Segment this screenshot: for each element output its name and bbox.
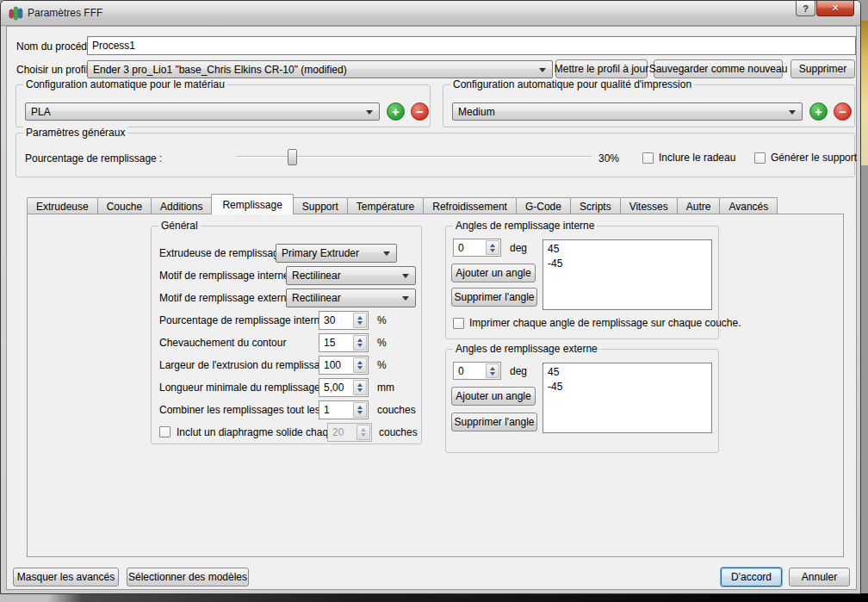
spinner-arrows-icon[interactable] bbox=[353, 380, 367, 395]
delete-profile-button[interactable]: Supprimer bbox=[790, 59, 855, 78]
save-as-new-label: Sauvegarder comme nouveau bbox=[649, 63, 788, 75]
remplissage-tab-panel: Général Extrudeuse de remplissage Primar… bbox=[27, 214, 844, 557]
profile-label: Choisir un profil : bbox=[16, 64, 94, 76]
cancel-button[interactable]: Annuler bbox=[789, 568, 850, 586]
close-button[interactable]: ✕ bbox=[816, 1, 854, 16]
spinner-arrows-icon[interactable] bbox=[353, 313, 367, 328]
internal-angles-list[interactable]: 45 -45 bbox=[542, 239, 712, 310]
dialog-client-area: Nom du procédé : Choisir un profil : End… bbox=[6, 26, 857, 590]
tab-vitesses[interactable]: Vitesses bbox=[620, 197, 678, 214]
external-add-angle-button[interactable]: Ajouter un angle bbox=[451, 387, 536, 406]
tab-couche[interactable]: Couche bbox=[97, 197, 152, 214]
plus-icon: + bbox=[392, 105, 400, 118]
min-infill-length-label: Longueur minimale du remplissage bbox=[159, 382, 320, 394]
app-logo-icon bbox=[9, 6, 23, 21]
titlebar[interactable]: Paramètres FFF ? ✕ bbox=[1, 1, 860, 26]
tab-autre[interactable]: Autre bbox=[677, 197, 721, 214]
update-profile-button[interactable]: Mettre le profil à jour bbox=[555, 59, 648, 78]
external-angles-list[interactable]: 45 -45 bbox=[542, 363, 712, 433]
include-raft-checkbox-row[interactable]: Inclure le radeau bbox=[642, 152, 735, 164]
select-models-button[interactable]: Sélectionner des modèles bbox=[127, 568, 249, 586]
tab-remplissage[interactable]: Remplissage bbox=[211, 194, 293, 214]
extrusion-width-spinbox[interactable]: 100 bbox=[319, 356, 369, 375]
general-group-legend: Général bbox=[158, 220, 201, 232]
tab-additions[interactable]: Additions bbox=[151, 197, 212, 214]
spinner-arrows-icon[interactable] bbox=[353, 402, 367, 418]
external-angles-group: Angles de remplissage externe 0 deg Ajou… bbox=[445, 349, 719, 453]
combine-infill-spinbox[interactable]: 1 bbox=[319, 400, 369, 419]
include-raft-checkbox[interactable] bbox=[642, 152, 654, 164]
material-combobox[interactable]: PLA bbox=[25, 102, 380, 121]
generate-support-label: Générer le support bbox=[771, 152, 857, 164]
quality-combobox[interactable]: Medium bbox=[452, 102, 803, 121]
extrusion-width-label: Largeur de l'extrusion du remplissage bbox=[159, 359, 332, 371]
print-every-angle-checkbox[interactable] bbox=[453, 318, 464, 329]
remove-quality-button[interactable]: − bbox=[834, 102, 852, 121]
minus-icon: − bbox=[416, 105, 424, 118]
external-angle-spinbox[interactable]: 0 bbox=[453, 362, 501, 380]
add-quality-button[interactable]: + bbox=[809, 102, 828, 121]
infill-slider[interactable] bbox=[236, 148, 592, 166]
include-raft-label: Inclure le radeau bbox=[659, 152, 735, 164]
add-material-button[interactable]: + bbox=[387, 102, 405, 121]
outline-overlap-label: Chevauchement du contour bbox=[159, 337, 286, 349]
list-item[interactable]: 45 bbox=[548, 365, 707, 380]
help-button[interactable]: ? bbox=[796, 1, 815, 16]
min-infill-length-spinbox[interactable]: 5,00 bbox=[319, 378, 369, 397]
fff-settings-dialog: Paramètres FFF ? ✕ Nom du procédé : Choi… bbox=[0, 0, 861, 594]
delete-profile-label: Supprimer bbox=[799, 63, 846, 75]
spinner-arrows-icon[interactable] bbox=[486, 363, 499, 378]
desktop-background-strip bbox=[861, 165, 868, 602]
minus-icon: − bbox=[839, 105, 846, 118]
profile-combobox[interactable]: Ender 3 pro_Lio1 "base_Chris Elkins CR-1… bbox=[87, 60, 553, 78]
internal-angle-spinbox[interactable]: 0 bbox=[453, 239, 501, 257]
tab-gcode[interactable]: G-Code bbox=[516, 197, 571, 214]
plus-icon: + bbox=[815, 105, 822, 118]
infill-percent-spinbox[interactable]: 30 bbox=[319, 311, 369, 330]
infill-slider-handle[interactable] bbox=[288, 149, 297, 165]
outline-overlap-spinbox[interactable]: 15 bbox=[319, 333, 369, 352]
generate-support-checkbox-row[interactable]: Générer le support bbox=[754, 152, 857, 164]
auto-material-group: Configuration automatique pour le matéri… bbox=[16, 84, 431, 127]
print-every-angle-checkbox-row[interactable]: Imprimer chaque angle de remplissage sur… bbox=[453, 317, 741, 329]
tab-avances[interactable]: Avancés bbox=[719, 197, 778, 214]
diaphragm-checkbox[interactable] bbox=[159, 426, 170, 438]
desktop-background-strip bbox=[861, 21, 868, 165]
list-item[interactable]: 45 bbox=[548, 242, 707, 257]
internal-remove-angle-button[interactable]: Supprimer l'angle bbox=[451, 288, 537, 307]
internal-pattern-label: Motif de remplissage interne bbox=[159, 270, 289, 282]
remove-material-button[interactable]: − bbox=[411, 102, 429, 121]
hide-advanced-button[interactable]: Masquer les avancés bbox=[13, 568, 119, 586]
external-remove-angle-button[interactable]: Supprimer l'angle bbox=[451, 413, 537, 431]
external-pattern-combobox[interactable]: Rectilinear bbox=[286, 289, 416, 307]
generate-support-checkbox[interactable] bbox=[754, 152, 766, 164]
list-item[interactable]: -45 bbox=[548, 380, 707, 394]
tab-scripts[interactable]: Scripts bbox=[570, 197, 621, 214]
ok-button[interactable]: D'accord bbox=[721, 568, 782, 586]
general-settings-legend: Paramètres généraux bbox=[23, 127, 127, 139]
auto-quality-legend: Configuration automatique pour qualité d… bbox=[450, 78, 694, 90]
diaphragm-spinbox: 20 bbox=[327, 423, 372, 442]
spinner-arrows-icon[interactable] bbox=[353, 357, 367, 373]
tab-refroidissement[interactable]: Refroidissement bbox=[423, 197, 517, 214]
tab-temperature[interactable]: Température bbox=[347, 197, 424, 214]
spinner-arrows-icon[interactable] bbox=[486, 240, 499, 255]
save-as-new-button[interactable]: Sauvegarder comme nouveau bbox=[654, 59, 783, 78]
desktop-background-strip bbox=[0, 593, 868, 602]
update-profile-label: Mettre le profil à jour bbox=[555, 63, 648, 75]
list-item[interactable]: -45 bbox=[548, 257, 707, 271]
material-combobox-value: PLA bbox=[31, 106, 51, 118]
print-every-angle-label: Imprimer chaque angle de remplissage sur… bbox=[469, 317, 741, 329]
external-angles-legend: Angles de remplissage externe bbox=[453, 343, 600, 355]
internal-angles-legend: Angles de remplissage interne bbox=[453, 220, 597, 232]
tab-extrudeuse[interactable]: Extrudeuse bbox=[27, 197, 98, 214]
infill-extruder-combobox[interactable]: Primary Extruder bbox=[276, 244, 397, 263]
tab-support[interactable]: Support bbox=[293, 197, 348, 214]
internal-pattern-combobox[interactable]: Rectilinear bbox=[286, 266, 416, 285]
internal-add-angle-button[interactable]: Ajouter un angle bbox=[451, 264, 536, 282]
infill-percentage-value: 30% bbox=[598, 152, 619, 164]
diaphragm-label: Inclut un diaphragme solide chaque bbox=[177, 426, 339, 438]
auto-material-legend: Configuration automatique pour le matéri… bbox=[23, 78, 227, 90]
process-name-input[interactable] bbox=[87, 36, 856, 55]
spinner-arrows-icon[interactable] bbox=[353, 335, 367, 351]
